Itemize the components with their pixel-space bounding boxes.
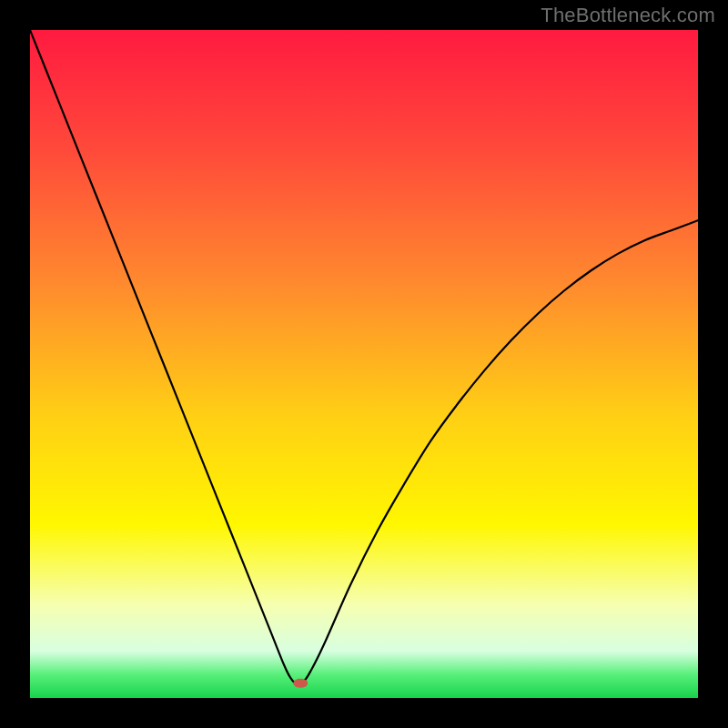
chart-background: [30, 30, 698, 698]
chart-plot-area: [30, 30, 698, 698]
optimal-point-marker: [293, 679, 308, 688]
watermark-text: TheBottleneck.com: [541, 4, 715, 27]
chart-frame: TheBottleneck.com: [0, 0, 728, 728]
chart-svg: [30, 30, 698, 698]
